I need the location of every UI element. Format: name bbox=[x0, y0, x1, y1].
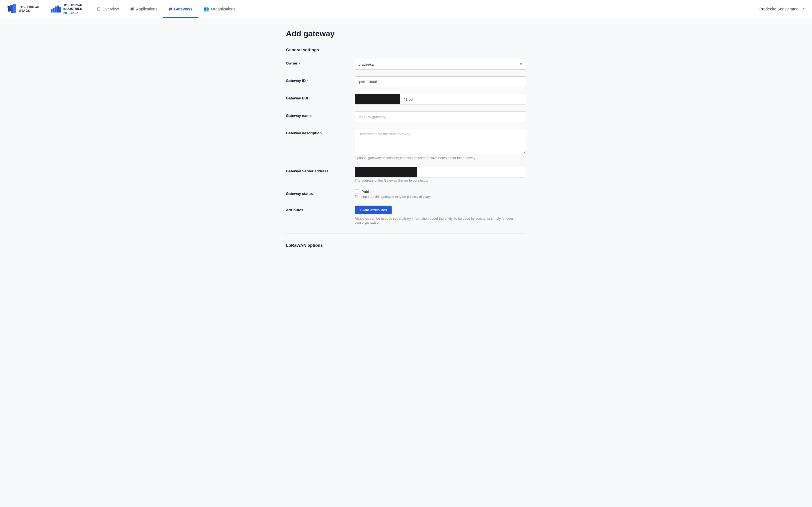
user-menu[interactable]: Pradeeka Seneviratne ▼ bbox=[760, 7, 805, 11]
attributes-field: + Add attributes Attributes can be used … bbox=[355, 206, 526, 224]
owner-select-wrap: pradeeka ▼ bbox=[355, 59, 526, 69]
gateways-icon: ⇄ bbox=[168, 6, 172, 11]
gateway-desc-row: Gateway description Optional gateway des… bbox=[286, 129, 526, 160]
tts-icon bbox=[7, 4, 17, 14]
owner-field: pradeeka ▼ bbox=[355, 59, 526, 69]
gateway-name-field bbox=[355, 111, 526, 122]
server-address-hint: The address of the Gateway Server to con… bbox=[355, 179, 526, 182]
gateway-status-checkbox-label: Public bbox=[361, 189, 371, 194]
logo-section: THE THINGS STACK THE THINGS INDUSTRIES e… bbox=[7, 3, 87, 14]
owner-label: Owner • bbox=[286, 59, 348, 65]
thi-logo-text: THE THINGS INDUSTRIES eu1 Cloud bbox=[63, 3, 82, 14]
server-address-redacted bbox=[355, 167, 417, 177]
attributes-label: Attributes bbox=[286, 206, 348, 212]
header: THE THINGS STACK THE THINGS INDUSTRIES e… bbox=[0, 0, 812, 18]
nav-overview[interactable]: ⊞ Overview bbox=[91, 0, 124, 18]
svg-rect-7 bbox=[59, 6, 60, 12]
gateway-id-label: Gateway ID • bbox=[286, 76, 348, 83]
gateway-eui-row: Gateway EUI 41 50 bbox=[286, 94, 526, 105]
logo-tts: THE THINGS STACK bbox=[7, 4, 40, 14]
gateway-eui-suffix: 41 50 bbox=[400, 97, 416, 101]
svg-rect-2 bbox=[13, 4, 16, 13]
server-address-row: Gateway Server address The address of th… bbox=[286, 167, 526, 182]
add-attributes-button[interactable]: + Add attributes bbox=[355, 206, 392, 214]
user-menu-chevron: ▼ bbox=[802, 7, 805, 10]
owner-select[interactable]: pradeeka bbox=[355, 59, 526, 69]
main-content: Add gateway General settings Owner • pra… bbox=[279, 18, 533, 271]
gateway-eui-field: 41 50 bbox=[355, 94, 526, 105]
svg-rect-5 bbox=[55, 6, 56, 13]
gateway-eui-redacted bbox=[355, 94, 400, 104]
nav-applications[interactable]: ▣ Applications bbox=[124, 0, 163, 18]
logo-divider bbox=[45, 4, 45, 14]
nav-gateways[interactable]: ⇄ Gateways bbox=[163, 0, 198, 18]
gateway-status-label: Gateway status bbox=[286, 189, 348, 196]
attributes-hint: Attributes can be used to set arbitrary … bbox=[355, 217, 518, 224]
organizations-icon: 👥 bbox=[204, 6, 209, 11]
svg-rect-3 bbox=[51, 9, 52, 13]
gateway-id-required: • bbox=[306, 78, 308, 83]
applications-icon: ▣ bbox=[130, 6, 135, 11]
gateway-status-row: Gateway status Public The status of this… bbox=[286, 189, 526, 199]
server-address-field: The address of the Gateway Server to con… bbox=[355, 167, 526, 182]
owner-required: • bbox=[298, 61, 300, 65]
svg-rect-6 bbox=[57, 5, 58, 12]
logo-thi: THE THINGS INDUSTRIES eu1 Cloud bbox=[51, 3, 82, 14]
main-nav: ⊞ Overview ▣ Applications ⇄ Gateways 👥 O… bbox=[91, 0, 759, 18]
user-name: Pradeeka Seneviratne bbox=[760, 7, 799, 11]
thi-cloud-label: eu1 Cloud bbox=[63, 11, 82, 15]
gateway-id-row: Gateway ID • bbox=[286, 76, 526, 87]
gateway-id-field bbox=[355, 76, 526, 87]
owner-row: Owner • pradeeka ▼ bbox=[286, 59, 526, 69]
gateway-eui-input-group[interactable]: 41 50 bbox=[355, 94, 526, 105]
gateway-status-checkbox[interactable] bbox=[355, 189, 359, 194]
general-settings-title: General settings bbox=[286, 47, 526, 52]
gateway-desc-textarea[interactable] bbox=[355, 129, 526, 154]
gateway-status-field: Public The status of this gateway may be… bbox=[355, 189, 526, 199]
gateway-status-checkbox-row: Public bbox=[355, 189, 526, 194]
gateway-eui-label: Gateway EUI bbox=[286, 94, 348, 100]
gateway-name-row: Gateway name bbox=[286, 111, 526, 122]
server-address-label: Gateway Server address bbox=[286, 167, 348, 173]
gateway-desc-hint: Optional gateway description; can also b… bbox=[355, 156, 526, 160]
page-title: Add gateway bbox=[286, 29, 526, 38]
gateway-status-hint: The status of this gateway may be public… bbox=[355, 195, 526, 199]
lorawan-options-title: LoRaWAN options bbox=[286, 243, 526, 247]
gateway-name-label: Gateway name bbox=[286, 111, 348, 118]
nav-organizations[interactable]: 👥 Organizations bbox=[198, 0, 241, 18]
server-address-input[interactable] bbox=[355, 167, 526, 177]
overview-icon: ⊞ bbox=[97, 6, 101, 11]
gateway-desc-label: Gateway description bbox=[286, 129, 348, 135]
gateway-name-input[interactable] bbox=[355, 111, 526, 122]
gateway-id-input[interactable] bbox=[355, 76, 526, 87]
section-divider bbox=[286, 233, 526, 234]
gateway-desc-field: Optional gateway description; can also b… bbox=[355, 129, 526, 160]
thi-icon bbox=[51, 5, 61, 13]
tts-logo-text: THE THINGS STACK bbox=[19, 5, 40, 12]
attributes-row: Attributes + Add attributes Attributes c… bbox=[286, 206, 526, 224]
svg-rect-4 bbox=[53, 8, 54, 12]
